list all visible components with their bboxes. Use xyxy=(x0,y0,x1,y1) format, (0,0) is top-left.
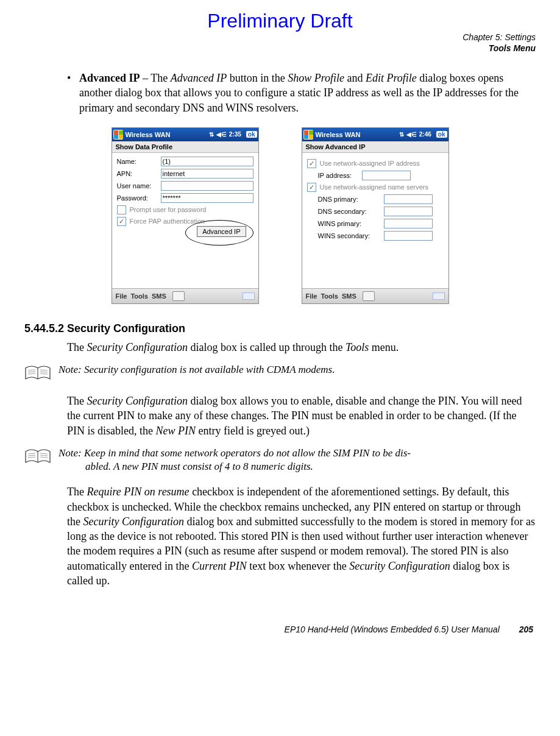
bullet-i3: Edit Profile xyxy=(366,72,417,84)
wins-primary-label: WINS primary: xyxy=(318,220,384,227)
menu-file[interactable]: File xyxy=(306,292,317,300)
wm-time-left: 2:35 xyxy=(229,131,241,138)
menu-sms[interactable]: SMS xyxy=(342,292,356,300)
advanced-ip-bullet: • Advanced IP – The Advanced IP button i… xyxy=(67,71,536,115)
note-cdma-text: Note: Security configuration is not avai… xyxy=(58,363,335,377)
sip-icon[interactable] xyxy=(243,292,255,300)
use-net-ip-checkbox[interactable]: ✓ xyxy=(307,159,316,168)
wm-status-icons: ⇅ ◀∈ 2:35 ok xyxy=(209,131,257,138)
draft-title: Preliminary Draft xyxy=(24,10,536,32)
dns-primary-label: DNS primary: xyxy=(318,196,384,203)
prompt-password-checkbox[interactable] xyxy=(117,205,126,214)
name-field[interactable] xyxy=(161,157,253,166)
wins-secondary-label: WINS secondary: xyxy=(318,232,384,239)
keyboard-icon[interactable] xyxy=(363,291,375,301)
screenshot-show-advanced-ip: Wireless WAN ⇅ ◀∈ 2:46 ok Show Advanced … xyxy=(302,127,449,304)
windows-flag-icon xyxy=(113,130,123,140)
keyboard-icon[interactable] xyxy=(172,291,185,301)
note-sim-pin: Note: Keep in mind that some network ope… xyxy=(24,447,536,473)
wm-title-right: Wireless WAN xyxy=(316,131,361,138)
ip-address-field[interactable] xyxy=(362,171,411,180)
bullet-mark: • xyxy=(67,71,79,115)
page-number: 205 xyxy=(519,625,533,634)
signal-icon: ⇅ xyxy=(399,131,404,138)
apn-label: APN: xyxy=(117,170,161,177)
menu-file[interactable]: File xyxy=(116,292,127,300)
force-pap-checkbox[interactable]: ✓ xyxy=(117,217,126,226)
require-pin-desc: The Require PIN on resume checkbox is in… xyxy=(67,484,536,588)
advanced-ip-button[interactable]: Advanced IP xyxy=(197,226,246,237)
book-icon xyxy=(24,448,51,466)
screenshot-show-data-profile: Wireless WAN ⇅ ◀∈ 2:35 ok Show Data Prof… xyxy=(112,127,259,304)
ip-address-label: IP address: xyxy=(318,172,362,179)
volume-icon: ◀∈ xyxy=(216,131,227,138)
wm-title-left: Wireless WAN xyxy=(126,131,171,138)
prompt-password-label: Prompt user for password xyxy=(130,206,207,213)
dns-secondary-field[interactable] xyxy=(384,207,433,216)
dns-secondary-label: DNS secondary: xyxy=(318,208,384,215)
name-label: Name: xyxy=(117,158,161,165)
ok-button[interactable]: ok xyxy=(246,131,257,138)
bullet-i2: Show Profile xyxy=(288,72,344,84)
menu-sms[interactable]: SMS xyxy=(152,292,166,300)
wm-subtitle-right: Show Advanced IP xyxy=(302,141,448,153)
windows-flag-icon xyxy=(303,130,313,140)
bullet-dash: – The xyxy=(140,72,171,84)
bullet-mid1: button in the xyxy=(227,72,288,84)
note-sim-pin-text: Note: Keep in mind that some network ope… xyxy=(58,447,411,473)
password-label: Password: xyxy=(117,194,161,202)
bullet-mid2: and xyxy=(344,72,366,84)
username-field[interactable] xyxy=(161,181,253,191)
wm-titlebar-right: Wireless WAN ⇅ ◀∈ 2:46 ok xyxy=(302,128,448,141)
note-cdma: Note: Security configuration is not avai… xyxy=(24,363,536,383)
wm-menubar-left: File Tools SMS xyxy=(112,288,258,303)
wm-titlebar-left: Wireless WAN ⇅ ◀∈ 2:35 ok xyxy=(112,128,258,141)
bullet-lead: Advanced IP xyxy=(79,72,140,84)
use-net-ns-checkbox[interactable]: ✓ xyxy=(307,183,316,192)
chapter-line2: Tools Menu xyxy=(489,43,536,53)
menu-tools[interactable]: Tools xyxy=(130,292,148,300)
force-pap-label: Force PAP authentication xyxy=(130,218,205,225)
wins-primary-field[interactable] xyxy=(384,219,433,228)
manual-title: EP10 Hand-Held (Windows Embedded 6.5) Us… xyxy=(285,625,500,634)
dns-primary-field[interactable] xyxy=(384,194,433,204)
use-net-ip-label: Use network-assigned IP address xyxy=(320,160,420,167)
wm-subtitle-left: Show Data Profile xyxy=(112,141,258,153)
sip-icon[interactable] xyxy=(433,292,445,300)
chapter-line1: Chapter 5: Settings xyxy=(463,32,536,42)
wm-status-icons: ⇅ ◀∈ 2:46 ok xyxy=(399,131,447,138)
wins-secondary-field[interactable] xyxy=(384,231,433,241)
username-label: User name: xyxy=(117,182,161,189)
bullet-i1: Advanced IP xyxy=(171,72,227,84)
wm-time-right: 2:46 xyxy=(419,131,431,138)
book-icon xyxy=(24,364,51,383)
chapter-header: Chapter 5: Settings Tools Menu xyxy=(24,32,536,54)
password-field[interactable] xyxy=(161,193,253,203)
signal-icon: ⇅ xyxy=(209,131,214,138)
wm-menubar-right: File Tools SMS xyxy=(302,288,448,303)
use-net-ns-label: Use network-assigned name servers xyxy=(320,183,429,191)
security-config-desc: The Security Configuration dialog box al… xyxy=(67,394,536,438)
menu-tools[interactable]: Tools xyxy=(321,292,338,300)
apn-field[interactable] xyxy=(161,169,253,179)
volume-icon: ◀∈ xyxy=(406,131,417,138)
security-config-heading: 5.44.5.2 Security Configuration xyxy=(24,322,536,335)
page-footer: EP10 Hand-Held (Windows Embedded 6.5) Us… xyxy=(24,625,536,634)
security-config-intro: The Security Configuration dialog box is… xyxy=(67,340,536,355)
ok-button[interactable]: ok xyxy=(436,131,447,138)
